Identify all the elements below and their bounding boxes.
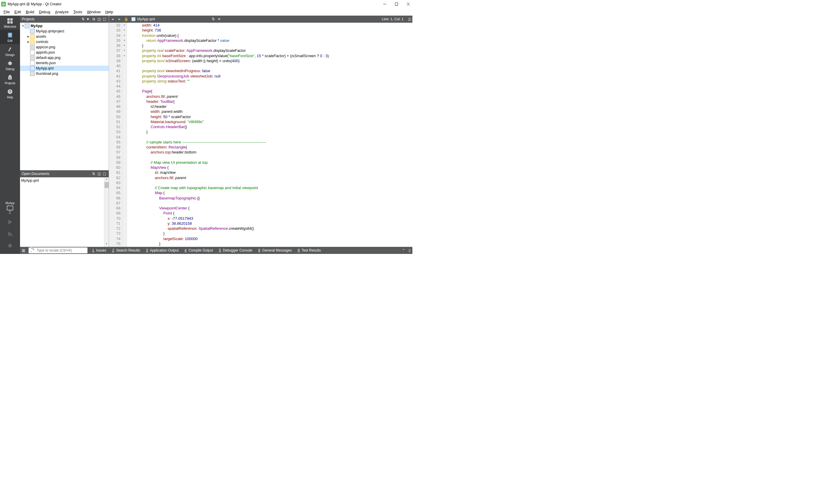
minimize-button[interactable]: [383, 2, 386, 6]
window-title: MyApp.qml @ MyApp - Qt Creator: [8, 2, 62, 6]
open-docs-split-icon[interactable]: ◫: [96, 172, 102, 176]
mode-welcome[interactable]: Welcome: [0, 16, 20, 30]
split-icon[interactable]: ◫: [96, 17, 102, 21]
mode-projects[interactable]: Projects: [0, 72, 20, 86]
menu-window[interactable]: Window: [85, 9, 103, 15]
scroll-up-icon[interactable]: ▴: [105, 178, 109, 182]
open-docs-sort-icon[interactable]: ⇅: [91, 172, 96, 176]
menu-file[interactable]: File: [1, 9, 12, 15]
output-application-output[interactable]: 3 Application Output: [143, 248, 182, 252]
editor-header: ◄ ► 🔓 qml MyApp.qml ⇅ ✕ Line: 1, Col: 1 …: [109, 16, 412, 23]
lock-icon[interactable]: 🔓: [123, 17, 129, 21]
svg-line-15: [11, 62, 12, 63]
filter-icon[interactable]: ▼.: [86, 17, 91, 21]
mode-help[interactable]: ?Help: [0, 86, 20, 100]
svg-line-16: [8, 64, 9, 64]
output-issues[interactable]: 1 Issues: [89, 248, 109, 252]
forward-button[interactable]: ►: [116, 17, 123, 21]
projects-dropdown-icon[interactable]: ⇅: [80, 17, 86, 21]
toggle-sidebar-icon[interactable]: ▥: [20, 247, 27, 254]
svg-rect-6: [7, 21, 10, 24]
tree-item[interactable]: ▶controls: [20, 39, 109, 44]
svg-text:?: ?: [9, 90, 11, 94]
svg-rect-4: [7, 18, 10, 21]
svg-rect-1: [395, 3, 398, 6]
search-icon: 🔍⁺: [30, 247, 36, 254]
open-docs-scrollbar[interactable]: ▴ ▾: [104, 177, 109, 247]
svg-line-17: [11, 64, 12, 64]
close-file-icon[interactable]: ✕: [216, 17, 222, 21]
menu-edit[interactable]: Edit: [12, 9, 23, 15]
target-selector[interactable]: MyApp ▸: [5, 200, 14, 216]
outputs-up-icon[interactable]: ⌃: [400, 247, 407, 254]
open-docs-close-icon[interactable]: ▢: [102, 172, 107, 176]
menu-help[interactable]: Help: [103, 9, 115, 15]
code-area[interactable]: 3233343536373839404142434445464748495051…: [109, 23, 412, 247]
outputs-collapse-icon[interactable]: ▯: [407, 247, 412, 254]
svg-marker-24: [8, 220, 12, 224]
target-label: MyApp: [5, 201, 14, 205]
tree-item[interactable]: iteminfo.json: [20, 60, 109, 66]
output-test-results[interactable]: 8 Test Results: [295, 248, 324, 252]
tree-item[interactable]: default-app.png: [20, 55, 109, 60]
open-documents-panel: Open Documents ⇅ ◫ ▢ MyApp.qml ▴ ▾: [20, 170, 109, 247]
locator-input[interactable]: [37, 248, 86, 252]
menu-build[interactable]: Build: [23, 9, 37, 15]
run-button[interactable]: [6, 218, 14, 226]
svg-rect-22: [7, 206, 13, 210]
project-tree[interactable]: ▼MyAppMyApp.qmlproject▶assets▶controlsap…: [20, 23, 109, 170]
app-icon: Qt: [1, 2, 6, 6]
split-editor-icon[interactable]: ◫: [406, 17, 412, 21]
output-debugger-console[interactable]: 5 Debugger Console: [216, 248, 255, 252]
mode-debug[interactable]: Debug: [0, 58, 20, 72]
svg-line-14: [8, 62, 9, 63]
svg-point-26: [10, 234, 13, 237]
tree-item[interactable]: ▼MyApp: [20, 23, 109, 29]
menu-tools[interactable]: Tools: [71, 9, 85, 15]
maximize-button[interactable]: [395, 2, 398, 6]
mode-edit[interactable]: Edit: [0, 30, 20, 44]
locator-field[interactable]: 🔍⁺: [29, 247, 87, 253]
menu-debug[interactable]: Debug: [37, 9, 52, 15]
tree-item[interactable]: MyApp.qmlproject: [20, 29, 109, 34]
menubar: FileEditBuildDebugAnalyzeToolsWindowHelp: [0, 8, 412, 16]
output-general-messages[interactable]: 6 General Messages: [255, 248, 295, 252]
open-docs-header: Open Documents ⇅ ◫ ▢: [20, 170, 109, 177]
link-icon[interactable]: ⧉: [91, 17, 96, 21]
left-panel: Projects ⇅ ▼. ⧉ ◫ ▢ ▼MyAppMyApp.qmlproje…: [20, 16, 109, 247]
build-button[interactable]: [6, 242, 14, 250]
output-compile-output[interactable]: 4 Compile Output: [182, 248, 216, 252]
tree-item[interactable]: appicon.png: [20, 44, 109, 50]
tree-item[interactable]: ▶assets: [20, 34, 109, 39]
titlebar: Qt MyApp.qml @ MyApp - Qt Creator: [0, 0, 412, 8]
close-panel-icon[interactable]: ▢: [102, 17, 107, 21]
svg-rect-8: [8, 33, 12, 37]
svg-rect-7: [10, 21, 13, 24]
editor: ◄ ► 🔓 qml MyApp.qml ⇅ ✕ Line: 1, Col: 1 …: [109, 16, 412, 247]
run-debug-button[interactable]: [6, 230, 14, 238]
projects-title: Projects: [22, 17, 80, 21]
file-dropdown-icon[interactable]: ⇅: [210, 17, 216, 21]
open-docs-list[interactable]: MyApp.qml ▴ ▾: [20, 177, 109, 247]
file-name: MyApp.qml: [137, 17, 155, 21]
projects-header: Projects ⇅ ▼. ⧉ ◫ ▢: [20, 16, 109, 23]
mode-bar: WelcomeEditDesignDebugProjects?Help MyAp…: [0, 16, 20, 254]
menu-analyze[interactable]: Analyze: [53, 9, 71, 15]
close-button[interactable]: [406, 2, 410, 6]
scroll-thumb[interactable]: [105, 182, 109, 188]
back-button[interactable]: ◄: [109, 17, 116, 21]
output-search-results[interactable]: 2 Search Results: [109, 248, 143, 252]
tree-item[interactable]: appinfo.json: [20, 50, 109, 55]
open-docs-title: Open Documents: [22, 172, 91, 176]
open-doc-item[interactable]: MyApp.qml: [20, 178, 109, 183]
scroll-down-icon[interactable]: ▾: [105, 242, 109, 247]
svg-point-12: [8, 62, 12, 65]
mode-design[interactable]: Design: [0, 44, 20, 58]
tree-item[interactable]: MyApp.qml: [20, 66, 109, 71]
cursor-position[interactable]: Line: 1, Col: 1: [379, 17, 406, 21]
fold-column[interactable]: ▾▾▾▾▾▾▾: [122, 23, 127, 247]
code-content[interactable]: width: 414 height: 736 function units(va…: [127, 23, 412, 247]
tree-item[interactable]: thumbnail.png: [20, 71, 109, 76]
qml-icon: qml: [131, 17, 135, 21]
file-tab[interactable]: qml MyApp.qml: [129, 17, 157, 21]
